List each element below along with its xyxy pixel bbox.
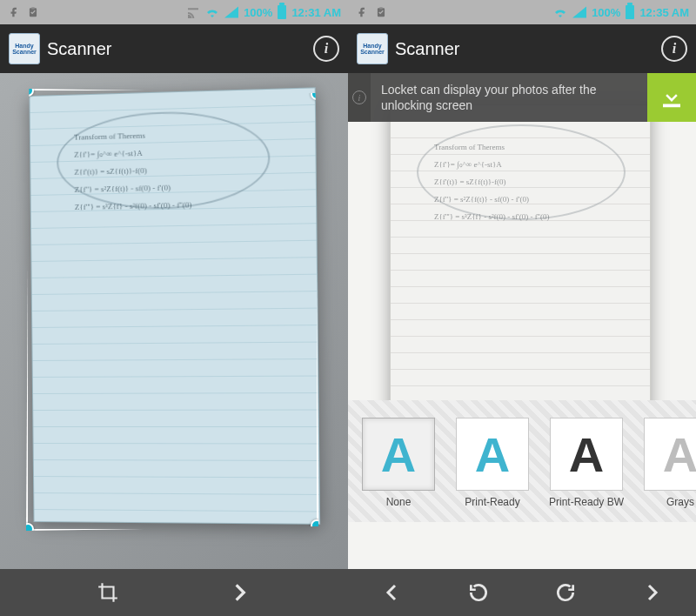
filter-strip[interactable]: ANoneAPrint-ReadyAPrint-Ready BWAGrays: [348, 400, 696, 522]
phone-left: 100% 12:31 AM Handy Scanner Scanner i Tr…: [0, 0, 348, 616]
rotate-ccw-icon: [467, 581, 490, 604]
svg-rect-3: [379, 7, 383, 9]
app-icon[interactable]: Handy Scanner: [9, 33, 40, 64]
crop-handle-top-left[interactable]: [22, 84, 34, 97]
clipboard-icon: [374, 5, 388, 19]
facebook-icon: [7, 5, 21, 19]
info-icon: i: [352, 90, 366, 104]
chevron-right-icon: [642, 582, 663, 603]
rotate-cw-button[interactable]: [541, 575, 590, 610]
chevron-left-icon: [381, 582, 402, 603]
notification-text: Locket can display your photos after the…: [371, 73, 647, 122]
chevron-right-icon: [229, 581, 251, 604]
info-icon: i: [673, 41, 676, 57]
battery-percent: 100%: [592, 6, 620, 19]
action-bar: Handy Scanner Scanner i: [0, 24, 348, 73]
battery-icon: [626, 5, 634, 19]
wifi-icon: [205, 5, 219, 19]
notification-download-button[interactable]: [647, 73, 696, 122]
page-title: Scanner: [47, 39, 306, 59]
crop-button[interactable]: [84, 575, 132, 610]
filter-swatch: A: [644, 418, 696, 491]
battery-icon: [278, 5, 286, 19]
filter-swatch: A: [456, 418, 529, 491]
download-icon: [659, 84, 685, 110]
filter-label: Print-Ready: [465, 496, 519, 508]
app-icon[interactable]: Handy Scanner: [357, 33, 388, 64]
filter-option-grays[interactable]: AGrays: [639, 418, 696, 508]
battery-percent: 100%: [244, 6, 272, 19]
page-handwriting: Transform of Therems Z{f'}= ∫₀^∞ e^{-st}…: [434, 138, 549, 225]
svg-rect-1: [31, 7, 35, 9]
signal-icon: [224, 5, 238, 19]
clock: 12:31 AM: [291, 6, 341, 19]
phone-right: 100% 12:35 AM Handy Scanner Scanner i i …: [348, 0, 696, 616]
preview-viewport[interactable]: Transform of Therems Z{f'}= ∫₀^∞ e^{-st}…: [348, 73, 696, 569]
crop-handle-bottom-left[interactable]: [22, 523, 34, 535]
crop-icon: [97, 581, 119, 604]
wifi-icon: [553, 5, 567, 19]
filter-swatch: A: [550, 418, 623, 491]
signal-icon: [572, 5, 586, 19]
status-bar: 100% 12:31 AM: [0, 0, 348, 24]
next-button[interactable]: [628, 575, 677, 610]
info-icon: i: [325, 41, 328, 57]
clipboard-icon: [26, 5, 40, 19]
notification-info-icon-area: i: [348, 73, 371, 122]
filter-label: Grays: [666, 496, 694, 508]
back-button[interactable]: [367, 575, 416, 610]
crop-handle-bottom-right[interactable]: [311, 519, 323, 532]
rotate-ccw-button[interactable]: [454, 575, 503, 610]
notification-banner[interactable]: i Locket can display your photos after t…: [348, 73, 696, 122]
clock: 12:35 AM: [639, 6, 689, 19]
cast-icon: [186, 5, 200, 19]
crop-frame[interactable]: [26, 89, 318, 531]
info-button[interactable]: i: [313, 36, 339, 62]
filter-label: None: [386, 496, 412, 508]
filter-option-print-ready-bw[interactable]: APrint-Ready BW: [545, 418, 628, 508]
next-button[interactable]: [216, 575, 264, 610]
filter-label: Print-Ready BW: [549, 496, 624, 508]
app-icon-label: Scanner: [12, 49, 37, 55]
filter-option-print-ready[interactable]: APrint-Ready: [451, 418, 534, 508]
status-bar: 100% 12:35 AM: [348, 0, 696, 24]
facebook-icon: [355, 5, 369, 19]
rotate-cw-icon: [554, 581, 577, 604]
app-icon-label: Handy: [363, 43, 381, 49]
bottom-bar: [348, 569, 696, 616]
app-icon-label: Scanner: [360, 49, 385, 55]
action-bar: Handy Scanner Scanner i: [348, 24, 696, 73]
page-title: Scanner: [395, 39, 654, 59]
crop-viewport[interactable]: Transform of Therems Z{f'}= ∫₀^∞ e^{-st}…: [0, 73, 348, 569]
info-button[interactable]: i: [661, 36, 687, 62]
bottom-bar: [0, 569, 348, 616]
app-icon-label: Handy: [15, 43, 33, 49]
filter-swatch: A: [362, 418, 435, 491]
filter-option-none[interactable]: ANone: [357, 418, 440, 508]
